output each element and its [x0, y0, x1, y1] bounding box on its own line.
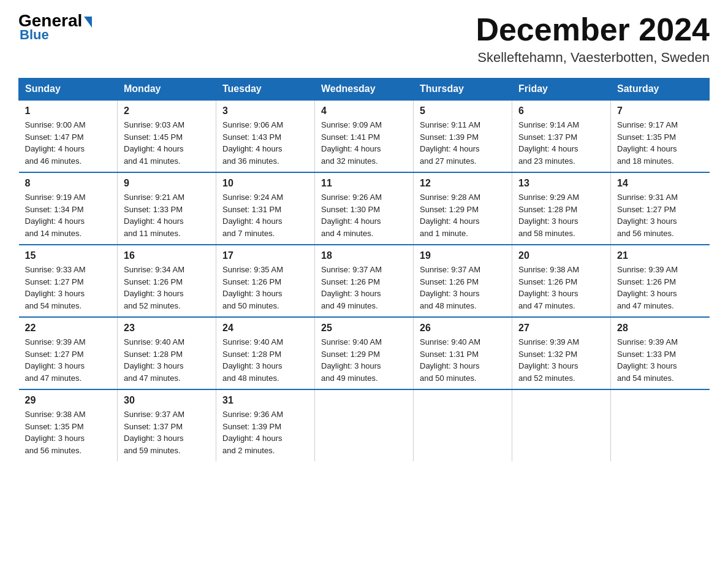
day-info: Sunrise: 9:26 AM Sunset: 1:30 PM Dayligh…	[321, 191, 407, 239]
day-info: Sunrise: 9:38 AM Sunset: 1:35 PM Dayligh…	[25, 408, 112, 456]
day-number: 24	[222, 323, 308, 334]
day-number: 17	[222, 250, 308, 261]
col-wednesday: Wednesday	[315, 79, 414, 101]
month-title: December 2024	[476, 12, 710, 47]
table-row: 27Sunrise: 9:39 AM Sunset: 1:32 PM Dayli…	[512, 317, 611, 389]
day-info: Sunrise: 9:39 AM Sunset: 1:27 PM Dayligh…	[25, 336, 112, 384]
table-row: 2Sunrise: 9:03 AM Sunset: 1:45 PM Daylig…	[118, 100, 216, 172]
day-number: 15	[25, 250, 112, 261]
day-info: Sunrise: 9:35 AM Sunset: 1:26 PM Dayligh…	[222, 264, 308, 312]
table-row: 25Sunrise: 9:40 AM Sunset: 1:29 PM Dayli…	[315, 317, 414, 389]
day-info: Sunrise: 9:40 AM Sunset: 1:31 PM Dayligh…	[420, 336, 506, 384]
table-row: 11Sunrise: 9:26 AM Sunset: 1:30 PM Dayli…	[315, 172, 414, 245]
day-number: 19	[420, 250, 506, 261]
day-number: 14	[617, 178, 703, 189]
col-friday: Friday	[512, 79, 611, 101]
day-info: Sunrise: 9:40 AM Sunset: 1:28 PM Dayligh…	[222, 336, 308, 384]
day-number: 12	[420, 178, 506, 189]
day-number: 11	[321, 178, 407, 189]
day-number: 13	[518, 178, 604, 189]
day-number: 26	[420, 323, 506, 334]
table-row: 1Sunrise: 9:00 AM Sunset: 1:47 PM Daylig…	[19, 100, 118, 172]
day-info: Sunrise: 9:36 AM Sunset: 1:39 PM Dayligh…	[222, 408, 308, 456]
day-info: Sunrise: 9:31 AM Sunset: 1:27 PM Dayligh…	[617, 191, 703, 239]
col-monday: Monday	[118, 79, 216, 101]
table-row: 3Sunrise: 9:06 AM Sunset: 1:43 PM Daylig…	[216, 100, 315, 172]
table-row	[611, 389, 710, 461]
table-row: 15Sunrise: 9:33 AM Sunset: 1:27 PM Dayli…	[19, 245, 118, 317]
location-subtitle: Skelleftehamn, Vaesterbotten, Sweden	[476, 50, 710, 66]
day-info: Sunrise: 9:39 AM Sunset: 1:26 PM Dayligh…	[617, 264, 703, 312]
logo-blue: Blue	[18, 27, 49, 43]
table-row: 18Sunrise: 9:37 AM Sunset: 1:26 PM Dayli…	[315, 245, 414, 317]
day-info: Sunrise: 9:29 AM Sunset: 1:28 PM Dayligh…	[518, 191, 604, 239]
table-row: 16Sunrise: 9:34 AM Sunset: 1:26 PM Dayli…	[118, 245, 216, 317]
day-info: Sunrise: 9:33 AM Sunset: 1:27 PM Dayligh…	[25, 264, 112, 312]
table-row: 31Sunrise: 9:36 AM Sunset: 1:39 PM Dayli…	[216, 389, 315, 461]
day-number: 1	[25, 105, 112, 117]
table-row: 28Sunrise: 9:39 AM Sunset: 1:33 PM Dayli…	[611, 317, 710, 389]
table-row: 12Sunrise: 9:28 AM Sunset: 1:29 PM Dayli…	[414, 172, 512, 245]
day-info: Sunrise: 9:11 AM Sunset: 1:39 PM Dayligh…	[420, 119, 506, 167]
table-row: 14Sunrise: 9:31 AM Sunset: 1:27 PM Dayli…	[611, 172, 710, 245]
table-row: 29Sunrise: 9:38 AM Sunset: 1:35 PM Dayli…	[19, 389, 118, 461]
col-sunday: Sunday	[19, 79, 118, 101]
day-info: Sunrise: 9:34 AM Sunset: 1:26 PM Dayligh…	[124, 264, 210, 312]
table-row: 4Sunrise: 9:09 AM Sunset: 1:41 PM Daylig…	[315, 100, 414, 172]
table-row: 30Sunrise: 9:37 AM Sunset: 1:37 PM Dayli…	[118, 389, 216, 461]
day-number: 23	[124, 323, 210, 334]
day-number: 20	[518, 250, 604, 261]
day-info: Sunrise: 9:39 AM Sunset: 1:32 PM Dayligh…	[518, 336, 604, 384]
table-row: 24Sunrise: 9:40 AM Sunset: 1:28 PM Dayli…	[216, 317, 315, 389]
day-info: Sunrise: 9:40 AM Sunset: 1:28 PM Dayligh…	[124, 336, 210, 384]
day-number: 3	[222, 105, 308, 117]
table-row: 9Sunrise: 9:21 AM Sunset: 1:33 PM Daylig…	[118, 172, 216, 245]
day-number: 29	[25, 395, 112, 406]
day-number: 6	[518, 105, 604, 117]
day-number: 21	[617, 250, 703, 261]
table-row: 26Sunrise: 9:40 AM Sunset: 1:31 PM Dayli…	[414, 317, 512, 389]
day-info: Sunrise: 9:37 AM Sunset: 1:26 PM Dayligh…	[420, 264, 506, 312]
day-number: 10	[222, 178, 308, 189]
table-row: 6Sunrise: 9:14 AM Sunset: 1:37 PM Daylig…	[512, 100, 611, 172]
day-number: 9	[124, 178, 210, 189]
day-number: 28	[617, 323, 703, 334]
col-tuesday: Tuesday	[216, 79, 315, 101]
day-number: 5	[420, 105, 506, 117]
table-row	[315, 389, 414, 461]
calendar-week-row: 29Sunrise: 9:38 AM Sunset: 1:35 PM Dayli…	[19, 389, 710, 461]
day-info: Sunrise: 9:00 AM Sunset: 1:47 PM Dayligh…	[25, 119, 112, 167]
table-row: 19Sunrise: 9:37 AM Sunset: 1:26 PM Dayli…	[414, 245, 512, 317]
table-row: 13Sunrise: 9:29 AM Sunset: 1:28 PM Dayli…	[512, 172, 611, 245]
table-row	[512, 389, 611, 461]
day-number: 30	[124, 395, 210, 406]
table-row: 23Sunrise: 9:40 AM Sunset: 1:28 PM Dayli…	[118, 317, 216, 389]
day-number: 8	[25, 178, 112, 189]
day-number: 27	[518, 323, 604, 334]
day-info: Sunrise: 9:39 AM Sunset: 1:33 PM Dayligh…	[617, 336, 703, 384]
day-number: 7	[617, 105, 703, 117]
calendar-week-row: 22Sunrise: 9:39 AM Sunset: 1:27 PM Dayli…	[19, 317, 710, 389]
calendar-week-row: 1Sunrise: 9:00 AM Sunset: 1:47 PM Daylig…	[19, 100, 710, 172]
page-header: General Blue December 2024 Skelleftehamn…	[18, 12, 710, 66]
day-info: Sunrise: 9:37 AM Sunset: 1:26 PM Dayligh…	[321, 264, 407, 312]
title-block: December 2024 Skelleftehamn, Vaesterbott…	[476, 12, 710, 66]
day-info: Sunrise: 9:19 AM Sunset: 1:34 PM Dayligh…	[25, 191, 112, 239]
day-number: 31	[222, 395, 308, 406]
day-number: 18	[321, 250, 407, 261]
day-info: Sunrise: 9:28 AM Sunset: 1:29 PM Dayligh…	[420, 191, 506, 239]
day-info: Sunrise: 9:17 AM Sunset: 1:35 PM Dayligh…	[617, 119, 703, 167]
day-number: 25	[321, 323, 407, 334]
table-row: 22Sunrise: 9:39 AM Sunset: 1:27 PM Dayli…	[19, 317, 118, 389]
day-info: Sunrise: 9:21 AM Sunset: 1:33 PM Dayligh…	[124, 191, 210, 239]
day-number: 22	[25, 323, 112, 334]
table-row: 7Sunrise: 9:17 AM Sunset: 1:35 PM Daylig…	[611, 100, 710, 172]
day-number: 2	[124, 105, 210, 117]
day-number: 4	[321, 105, 407, 117]
day-info: Sunrise: 9:38 AM Sunset: 1:26 PM Dayligh…	[518, 264, 604, 312]
calendar-table: Sunday Monday Tuesday Wednesday Thursday…	[18, 78, 710, 461]
table-row: 10Sunrise: 9:24 AM Sunset: 1:31 PM Dayli…	[216, 172, 315, 245]
table-row: 5Sunrise: 9:11 AM Sunset: 1:39 PM Daylig…	[414, 100, 512, 172]
day-info: Sunrise: 9:24 AM Sunset: 1:31 PM Dayligh…	[222, 191, 308, 239]
table-row: 8Sunrise: 9:19 AM Sunset: 1:34 PM Daylig…	[19, 172, 118, 245]
